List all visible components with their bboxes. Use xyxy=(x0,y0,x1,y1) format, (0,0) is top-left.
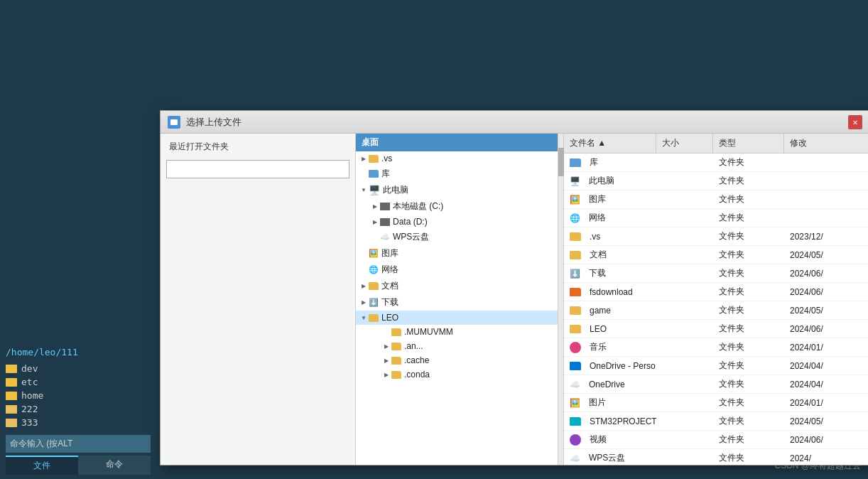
file-name: 此电脑 xyxy=(589,175,614,187)
file-row[interactable]: ☁️WPS云盘 文件夹 2024/ xyxy=(564,449,868,465)
tree-item-pc[interactable]: 🖥️ 此电脑 xyxy=(356,182,558,198)
folder-icon-conda xyxy=(391,371,401,379)
cmd-label: 命令输入 (按ALT xyxy=(6,435,151,453)
tree-item-conda[interactable]: .conda xyxy=(379,367,558,382)
file-cell-size xyxy=(656,209,713,227)
file-name: 下载 xyxy=(589,267,606,279)
tree-item-d[interactable]: Data (D:) xyxy=(367,215,558,229)
tree-item-cache[interactable]: .cache xyxy=(379,353,558,367)
file-icon: ☁️ xyxy=(570,453,580,463)
file-row[interactable]: fsdownload 文件夹 2024/06/ xyxy=(564,283,868,301)
tree-item-wps[interactable]: ☁️ WPS云盘 xyxy=(367,229,558,245)
file-name: STM32PROJECT xyxy=(590,416,656,426)
tree-item-an[interactable]: .an... xyxy=(379,339,558,353)
file-row[interactable]: 🖼️图库 文件夹 xyxy=(564,190,868,209)
tab-commands[interactable]: 命令 xyxy=(78,456,151,475)
file-cell-modified: 2024/05/ xyxy=(784,246,868,264)
file-cell-modified xyxy=(784,172,868,190)
expand-an[interactable] xyxy=(381,341,391,351)
file-cell-modified: 2024/01/ xyxy=(784,338,868,356)
file-cell-modified xyxy=(784,154,868,171)
dir-label: etc xyxy=(21,377,38,387)
col-header-modified[interactable]: 修改 xyxy=(784,134,868,153)
col-header-size[interactable]: 大小 xyxy=(656,134,713,153)
file-row[interactable]: 🌐网络 文件夹 xyxy=(564,209,868,227)
close-button[interactable]: ✕ xyxy=(848,115,862,129)
file-row[interactable]: game 文件夹 2024/05/ xyxy=(564,301,868,320)
tree-item-ku[interactable]: 库 xyxy=(356,166,558,182)
tree-label-mumuvmm: .MUMUVMM xyxy=(404,327,453,337)
file-icon xyxy=(570,434,581,446)
expand-download[interactable] xyxy=(359,298,369,308)
col-header-type[interactable]: 类型 xyxy=(713,134,784,153)
expand-leo[interactable] xyxy=(359,313,369,323)
tree-label-d: Data (D:) xyxy=(393,217,428,227)
tree-item-vs[interactable]: .vs xyxy=(356,151,558,166)
folder-icon-d xyxy=(380,218,390,226)
file-cell-type: 文件夹 xyxy=(713,172,784,190)
tree-label-wps: WPS云盘 xyxy=(393,231,429,243)
expand-c[interactable] xyxy=(370,202,380,212)
tab-files[interactable]: 文件 xyxy=(6,456,78,475)
dir-label: home xyxy=(21,390,43,401)
tree-item-network[interactable]: 🌐 网络 xyxy=(356,262,558,278)
expand-docs[interactable] xyxy=(359,281,369,291)
file-row[interactable]: LEO 文件夹 2024/06/ xyxy=(564,320,868,338)
folder-search-input[interactable] xyxy=(166,160,349,178)
tree-item-mumuvmm[interactable]: .MUMUVMM xyxy=(379,325,558,339)
tree-item-download[interactable]: ⬇️ 下载 xyxy=(356,294,558,311)
scroll-thumb[interactable] xyxy=(558,148,564,176)
expand-vs[interactable] xyxy=(359,154,369,163)
file-row[interactable]: 🖼️图片 文件夹 2024/01/ xyxy=(564,394,868,412)
file-row[interactable]: STM32PROJECT 文件夹 2024/05/ xyxy=(564,412,868,431)
tree-item-pics[interactable]: 🖼️ 图库 xyxy=(356,245,558,262)
tree-header: 桌面 xyxy=(356,134,558,151)
middle-scrollbar[interactable] xyxy=(558,134,564,465)
folder-icon-c xyxy=(380,203,390,210)
col-header-name[interactable]: 文件名 ▲ xyxy=(564,134,656,153)
dir-item-222: 222 xyxy=(6,402,151,416)
tree-label-docs: 文档 xyxy=(381,280,398,292)
file-cell-size xyxy=(656,412,713,430)
file-row[interactable]: 音乐 文件夹 2024/01/ xyxy=(564,338,868,357)
expand-conda[interactable] xyxy=(381,370,391,380)
file-row[interactable]: OneDrive - Perso... 文件夹 2024/04/ xyxy=(564,357,868,375)
file-icon: ☁️ xyxy=(570,380,580,389)
file-row[interactable]: .vs 文件夹 2023/12/ xyxy=(564,227,868,246)
file-row[interactable]: 视频 文件夹 2024/06/ xyxy=(564,431,868,449)
file-row[interactable]: ☁️OneDrive 文件夹 2024/04/ xyxy=(564,375,868,394)
file-row[interactable]: 文档 文件夹 2024/05/ xyxy=(564,246,868,264)
file-cell-name: 🖥️此电脑 xyxy=(564,172,656,190)
tree-item-leo[interactable]: LEO xyxy=(356,311,558,325)
folder-icon-download: ⬇️ xyxy=(369,298,379,307)
file-cell-modified: 2024/04/ xyxy=(784,357,868,375)
expand-pc[interactable] xyxy=(359,185,369,195)
folder-icon-wps: ☁️ xyxy=(380,232,390,242)
expand-pics xyxy=(359,249,369,259)
file-name: WPS云盘 xyxy=(589,452,625,464)
file-row[interactable]: 🖥️此电脑 文件夹 xyxy=(564,172,868,190)
file-name: OneDrive - Perso... xyxy=(590,361,656,371)
file-icon xyxy=(570,158,581,167)
file-cell-name: 🖼️图库 xyxy=(564,190,656,208)
file-cell-size xyxy=(656,394,713,411)
folder-icon-pics: 🖼️ xyxy=(369,249,379,258)
dir-item-333: 333 xyxy=(6,416,151,429)
expand-ku xyxy=(359,169,369,179)
tree-item-docs[interactable]: 文档 xyxy=(356,278,558,294)
file-cell-type: 文件夹 xyxy=(713,246,784,264)
tree-item-c[interactable]: 本地磁盘 (C:) xyxy=(367,198,558,215)
dialog-title-text: 选择上传文件 xyxy=(186,116,242,129)
file-cell-modified: 2024/06/ xyxy=(784,320,868,338)
file-row[interactable]: 库 文件夹 xyxy=(564,154,868,172)
file-cell-type: 文件夹 xyxy=(713,449,784,465)
file-cell-type: 文件夹 xyxy=(713,283,784,301)
file-cell-name: game xyxy=(564,301,656,319)
file-cell-size xyxy=(656,431,713,448)
col-name-label: 文件名 ▲ xyxy=(570,137,606,149)
file-row[interactable]: ⬇️下载 文件夹 2024/06/ xyxy=(564,264,868,283)
expand-d[interactable] xyxy=(370,217,380,227)
file-icon: ⬇️ xyxy=(570,269,580,279)
tree-label-cache: .cache xyxy=(404,355,429,365)
expand-cache[interactable] xyxy=(381,355,391,365)
